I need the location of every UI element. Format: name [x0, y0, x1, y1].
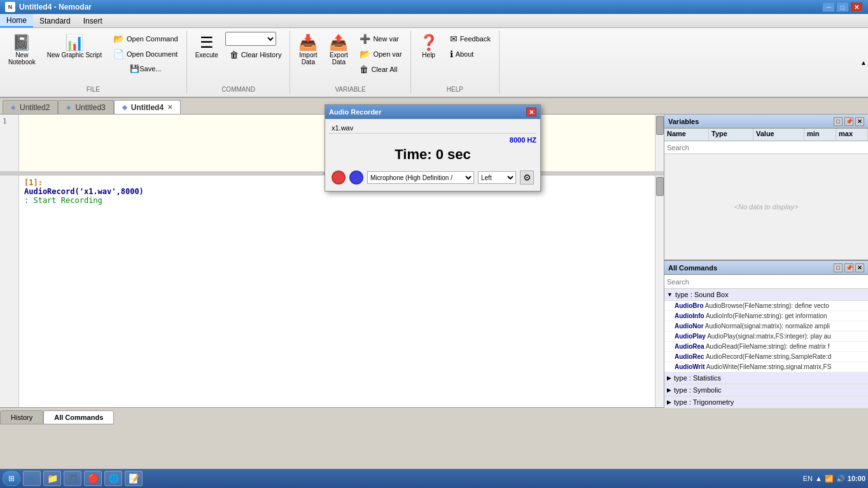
network-icon: 📶	[825, 475, 834, 483]
audio-settings-button[interactable]: ⚙	[520, 171, 534, 185]
cmd-group-statistics[interactable]: ▶ type : Statistics	[664, 372, 868, 384]
commands-list: ▼ type : Sound Box AudioBro AudioBrowse(…	[664, 289, 868, 408]
feedback-button[interactable]: ✉ Feedback	[445, 32, 495, 46]
commands-restore-button[interactable]: □	[834, 263, 843, 272]
microphone-select[interactable]: Microphone (High Definition /	[367, 171, 474, 184]
scroll-bar-bottom[interactable]	[655, 176, 664, 407]
dialog-close-button[interactable]: ✕	[526, 108, 536, 116]
new-graphic-script-button[interactable]: 📊 New Graphic Script	[43, 32, 106, 62]
feedback-icon: ✉	[450, 34, 458, 44]
export-data-button[interactable]: 📤 ExportData	[325, 32, 353, 69]
app4-icon: 🔴	[88, 473, 99, 484]
import-data-button[interactable]: 📥 ImportData	[294, 32, 322, 69]
taskbar-btn6[interactable]: 📝	[125, 471, 143, 486]
tab-close-untitled4[interactable]: ✕	[167, 104, 172, 111]
window-title: Untitled4 - Nemodar	[19, 3, 92, 11]
tab-all-commands[interactable]: All Commands	[43, 410, 114, 424]
scroll-thumb-bottom[interactable]	[656, 177, 664, 196]
export-icon: 📤	[329, 35, 348, 50]
cmd-group-trigonometry[interactable]: ▶ type : Trigonometry	[664, 396, 868, 408]
variables-restore-button[interactable]: □	[834, 117, 843, 126]
dialog-title: Audio Recorder	[329, 108, 382, 116]
start-recording-label: : Start Recording	[24, 196, 659, 205]
cmd-audioread[interactable]: AudioRea AudioRead(FileName:string): def…	[664, 342, 868, 352]
new-var-button[interactable]: ➕ New var	[355, 32, 406, 46]
commands-close-button[interactable]: ✕	[855, 263, 864, 272]
variables-pin-button[interactable]: 📌	[844, 117, 853, 126]
dialog-body: x1.wav 8000 HZ Time: 0 sec Microphone (H…	[325, 119, 540, 191]
start-button[interactable]: ⊞	[3, 471, 20, 486]
commands-search-bar	[664, 275, 868, 289]
new-notebook-button[interactable]: 📓 NewNotebook	[4, 32, 40, 69]
taskbar-ie-button[interactable]: e	[23, 471, 41, 486]
ie-icon: e	[29, 473, 34, 484]
bottom-tabs: History All Commands	[0, 407, 868, 426]
taskbar-btn4[interactable]: 🔴	[84, 471, 102, 486]
cmd-audioinfo[interactable]: AudioInfo AudioInfo(FileName:string): ge…	[664, 311, 868, 321]
command-dropdown[interactable]	[225, 32, 276, 46]
ribbon-group-variable: 📥 ImportData 📤 ExportData ➕ New var 📂 Op…	[290, 31, 410, 94]
channel-select[interactable]: Left Right	[478, 171, 516, 184]
close-button[interactable]: ✕	[850, 2, 863, 12]
taskbar-system-tray: EN ▲ 📶 🔊 10:00	[803, 475, 865, 483]
ribbon-group-help: ❓ Help ✉ Feedback ℹ About HELP	[411, 31, 500, 94]
menu-insert[interactable]: Insert	[77, 14, 109, 27]
commands-panel: All Commands □ 📌 ✕ ▼ type : Sound Box Au…	[664, 261, 868, 408]
taskbar-media-button[interactable]: 🎵	[64, 471, 81, 486]
scroll-thumb-top[interactable]	[656, 116, 664, 135]
ribbon-collapse-button[interactable]: ▲	[859, 31, 868, 94]
tab-untitled3[interactable]: ◈ Untitled3	[58, 100, 113, 114]
scroll-bar-top[interactable]	[655, 115, 664, 171]
clear-history-button[interactable]: 🗑 Clear History	[225, 48, 286, 62]
cmd-audiobrowse[interactable]: AudioBro AudioBrowse(FileName:string): d…	[664, 301, 868, 311]
save-button[interactable]: 💾 Save...	[109, 62, 183, 75]
record-button[interactable]	[332, 171, 346, 185]
ribbon-group-command: ☰ Execute 🗑 Clear History COMMAND	[187, 31, 291, 94]
stop-button[interactable]	[349, 171, 363, 185]
app6-icon: 📝	[129, 473, 139, 484]
cmd-group-symbolic[interactable]: ▶ type : Symbolic	[664, 384, 868, 396]
tab-untitled2[interactable]: ◈ Untitled2	[3, 100, 58, 114]
open-var-icon: 📂	[360, 49, 370, 59]
tray-arrow[interactable]: ▲	[815, 475, 822, 482]
minimize-button[interactable]: ─	[822, 2, 835, 12]
maximize-button[interactable]: □	[836, 2, 849, 12]
about-button[interactable]: ℹ About	[445, 47, 495, 61]
folder-icon: 📂	[113, 34, 124, 44]
menu-home[interactable]: Home	[0, 14, 33, 27]
help-icon: ❓	[419, 35, 438, 50]
menu-standard[interactable]: Standard	[33, 14, 77, 27]
open-var-button[interactable]: 📂 Open var	[355, 47, 406, 61]
dialog-filename: x1.wav	[329, 123, 536, 134]
cmd-group-soundbox[interactable]: ▼ type : Sound Box	[664, 289, 868, 301]
cmd-audiowrite[interactable]: AudioWrit AudioWrite(FileName:string,sig…	[664, 362, 868, 372]
variables-search-input[interactable]	[667, 144, 865, 151]
clear-all-button[interactable]: 🗑 Clear All	[355, 62, 406, 76]
cmd-audionormal[interactable]: AudioNor AudioNormal(signal:matrix): nor…	[664, 321, 868, 331]
open-document-button[interactable]: 📄 Open Document	[109, 47, 183, 61]
cmd-audioplay[interactable]: AudioPlay AudioPlay(signal:matrix,FS:int…	[664, 331, 868, 342]
cmd-audiorecord[interactable]: AudioRec AudioRecord(FileName:string,Sam…	[664, 352, 868, 362]
variables-close-button[interactable]: ✕	[855, 117, 864, 126]
clear-history-icon: 🗑	[230, 50, 239, 60]
menu-bar: Home Standard Insert	[0, 14, 868, 28]
dialog-controls: Microphone (High Definition / Left Right…	[329, 168, 536, 187]
variables-panel: Variables □ 📌 ✕ Name Type Value min max …	[664, 115, 868, 261]
taskbar-explorer-button[interactable]: 📁	[43, 471, 61, 486]
help-button[interactable]: ❓ Help	[415, 32, 443, 62]
new-graphic-script-icon: 📊	[65, 35, 84, 50]
execute-button[interactable]: ☰ Execute	[191, 32, 223, 62]
tab-untitled4[interactable]: ◈ Untitled4 ✕	[114, 100, 181, 114]
save-icon: 💾	[130, 64, 139, 73]
ribbon: 📓 NewNotebook 📊 New Graphic Script 📂 Ope…	[0, 28, 868, 98]
language-indicator: EN	[803, 475, 813, 482]
system-time: 10:00	[848, 475, 865, 482]
taskbar-btn5[interactable]: 🌐	[104, 471, 122, 486]
commands-search-input[interactable]	[667, 278, 865, 286]
symbolic-arrow: ▶	[667, 387, 671, 393]
audio-recorder-dialog[interactable]: Audio Recorder ✕ x1.wav 8000 HZ Time: 0 …	[325, 104, 541, 192]
tab-history[interactable]: History	[0, 410, 43, 424]
dialog-time-display: Time: 0 sec	[329, 146, 536, 163]
commands-pin-button[interactable]: 📌	[844, 263, 853, 272]
open-command-button[interactable]: 📂 Open Command	[109, 32, 183, 46]
